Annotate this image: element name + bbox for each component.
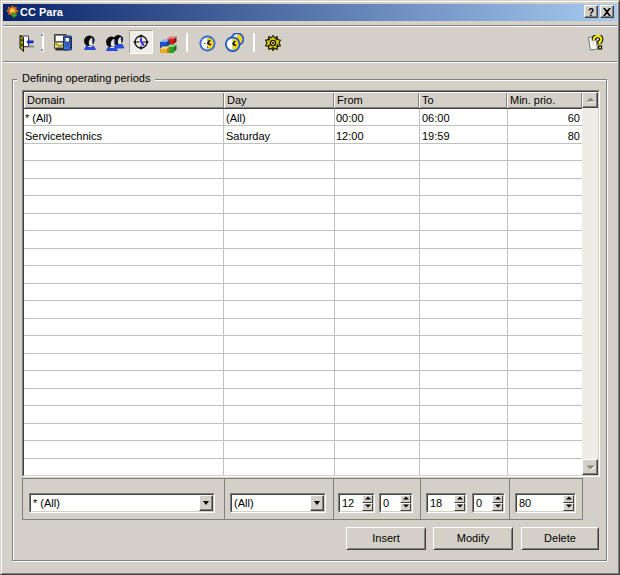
svg-text:?: ? xyxy=(588,7,594,16)
